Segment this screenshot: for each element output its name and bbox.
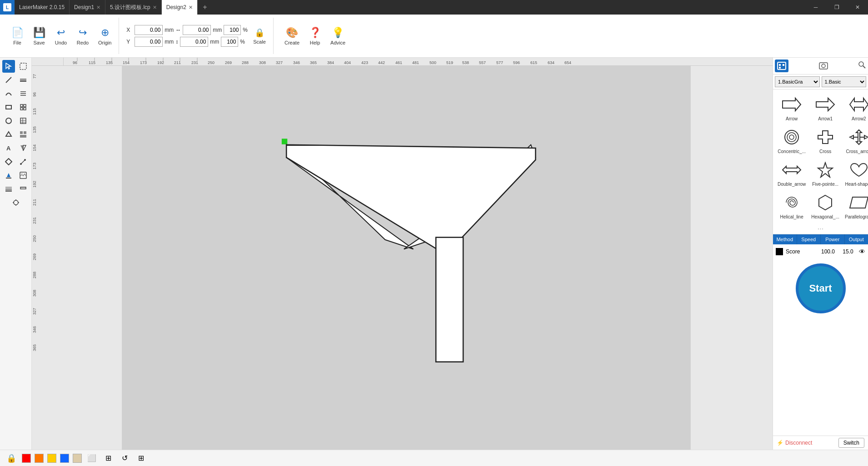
- lock-bottom-icon[interactable]: 🔒: [5, 452, 18, 465]
- shape-panel-active-btn[interactable]: [775, 59, 788, 72]
- minimize-button[interactable]: ─: [805, 0, 826, 15]
- fill-tool[interactable]: [2, 169, 15, 182]
- undo-button[interactable]: ↩ Undo: [51, 25, 71, 47]
- color-swatch-blue[interactable]: [60, 454, 69, 463]
- design-canvas[interactable]: [40, 66, 773, 450]
- shape-item-arrow1[interactable]: Arrow1: [809, 92, 841, 123]
- stem-rect[interactable]: [436, 238, 463, 362]
- x-input[interactable]: [135, 25, 163, 35]
- origin-button[interactable]: ⊕ Origin: [95, 25, 115, 47]
- advice-label: Advice: [330, 40, 345, 45]
- explode-tool[interactable]: [10, 196, 22, 209]
- shape-item-cross[interactable]: Cross: [809, 125, 841, 156]
- disconnect-button[interactable]: ⚡ Disconnect: [777, 440, 812, 446]
- mirror-tool[interactable]: [17, 142, 30, 154]
- svg-marker-27: [5, 159, 12, 165]
- maximize-button[interactable]: ❐: [826, 0, 847, 15]
- color-swatch-orange[interactable]: [35, 454, 44, 463]
- close-tab-design2[interactable]: ✕: [189, 5, 193, 10]
- grid-layout-tool[interactable]: [17, 101, 30, 114]
- ruler-tool[interactable]: [17, 183, 30, 195]
- tab-method[interactable]: Method: [773, 234, 797, 244]
- start-button[interactable]: Start: [796, 263, 846, 313]
- svg-rect-12: [24, 104, 26, 107]
- shape-item-concentric[interactable]: Concentric_...: [776, 125, 808, 156]
- shape-item-parallelogram[interactable]: Parallelogram: [843, 190, 868, 221]
- svg-marker-120: [783, 166, 801, 174]
- table-tool[interactable]: [17, 114, 30, 127]
- shape-item-arrow[interactable]: Arrow: [776, 92, 808, 123]
- h-pct-input[interactable]: [221, 37, 238, 47]
- photo-btn[interactable]: [817, 59, 830, 72]
- file-button[interactable]: 📄 File: [7, 25, 27, 47]
- file-icon: 📄: [11, 27, 24, 39]
- create-group: 🎨 Create ❓ Help 💡 Advice: [277, 18, 353, 54]
- shape-item-heart[interactable]: Heart-shaped: [843, 158, 868, 188]
- save-icon: 💾: [33, 27, 45, 39]
- tool-row-11: [9, 196, 23, 209]
- line-tool[interactable]: [2, 74, 15, 86]
- tab-output[interactable]: Output: [845, 234, 868, 244]
- tab-power[interactable]: Power: [821, 234, 845, 244]
- start-button-label: Start: [809, 283, 832, 294]
- tab-speed[interactable]: Speed: [797, 234, 821, 244]
- select-tool[interactable]: [2, 60, 15, 73]
- h-input[interactable]: [180, 37, 208, 47]
- layers-panel-tool[interactable]: [2, 183, 15, 195]
- file-label: File: [13, 40, 21, 45]
- polygon-tool[interactable]: [2, 128, 15, 141]
- color-swatch-red[interactable]: [22, 454, 31, 463]
- color-swatch-yellow[interactable]: [47, 454, 56, 463]
- shape-item-hexagonal[interactable]: Hexagonal_...: [809, 190, 841, 221]
- shape-item-helical[interactable]: Helical_line: [776, 190, 808, 221]
- create-button[interactable]: 🎨 Create: [281, 25, 303, 47]
- crop-tool[interactable]: [17, 60, 30, 73]
- new-tab-button[interactable]: +: [198, 0, 212, 15]
- svg-text:288: 288: [32, 272, 37, 278]
- shape-item-cross-arrow[interactable]: Cross_arrow: [843, 125, 868, 156]
- help-button[interactable]: ❓ Help: [305, 25, 325, 47]
- process-visibility-toggle[interactable]: 👁: [859, 248, 865, 255]
- svg-point-29: [20, 163, 22, 165]
- tab-design1[interactable]: Design1 ✕: [70, 0, 105, 15]
- tab-lasermaker[interactable]: LaserMaker 2.0.15: [15, 0, 70, 15]
- refresh-button[interactable]: ↺: [118, 452, 131, 465]
- svg-text:615: 615: [530, 60, 537, 65]
- bitmap-tool[interactable]: [17, 169, 30, 182]
- color-swatch-tan[interactable]: [73, 454, 82, 463]
- process-color-swatch[interactable]: [776, 248, 783, 255]
- layer-tool[interactable]: [17, 74, 30, 86]
- w-input[interactable]: [183, 25, 211, 35]
- y-input[interactable]: [135, 37, 163, 47]
- select-all-button[interactable]: ⬜: [85, 452, 98, 465]
- group-button[interactable]: ⊞: [102, 452, 115, 465]
- edit-path-tool[interactable]: [17, 155, 30, 168]
- text-tool[interactable]: A: [2, 142, 15, 154]
- save-button[interactable]: 💾 Save: [29, 25, 49, 47]
- search-shapes-button[interactable]: [858, 61, 866, 71]
- shape-item-five-pointed[interactable]: Five-pointe...: [809, 158, 841, 188]
- close-button[interactable]: ✕: [847, 0, 868, 15]
- ellipse-tool[interactable]: [2, 114, 15, 127]
- concentric-shape-label: Concentric_...: [778, 149, 806, 154]
- grid-button[interactable]: ⊞: [135, 452, 147, 465]
- diamond-tool[interactable]: [2, 155, 15, 168]
- w-pct-input[interactable]: [224, 25, 241, 35]
- svg-text:192: 192: [32, 181, 37, 188]
- layout-tool[interactable]: [17, 128, 30, 141]
- tab-template[interactable]: 5.设计图模板.lcp ✕: [105, 0, 162, 15]
- tab-design2[interactable]: Design2 ✕: [162, 0, 198, 15]
- switch-button[interactable]: Switch: [838, 438, 864, 448]
- close-tab-template[interactable]: ✕: [153, 5, 157, 10]
- redo-button[interactable]: ↪ Redo: [73, 25, 93, 47]
- shape-item-arrow2[interactable]: Arrow2: [843, 92, 868, 123]
- shape-category-dropdown[interactable]: 1.BasicGra: [775, 76, 820, 87]
- shape-item-double-arrow[interactable]: Double_arrow: [776, 158, 808, 188]
- close-tab-design1[interactable]: ✕: [96, 5, 100, 10]
- lock-scale-button[interactable]: 🔒 Scale: [249, 26, 269, 46]
- rect-tool[interactable]: [2, 101, 15, 114]
- advice-button[interactable]: 💡 Advice: [327, 25, 349, 47]
- shape-subcategory-dropdown[interactable]: 1.Basic: [822, 76, 867, 87]
- curve-tool[interactable]: [2, 87, 15, 100]
- align-tool[interactable]: [17, 87, 30, 100]
